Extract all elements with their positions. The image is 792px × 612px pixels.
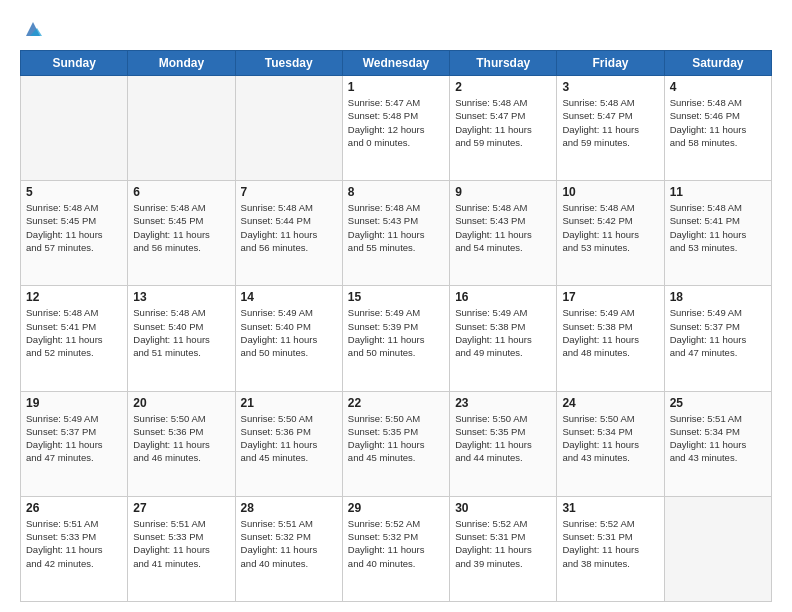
day-info: Sunrise: 5:51 AMSunset: 5:34 PMDaylight:… xyxy=(670,412,766,465)
day-info: Sunrise: 5:48 AMSunset: 5:43 PMDaylight:… xyxy=(348,201,444,254)
day-info: Sunrise: 5:49 AMSunset: 5:38 PMDaylight:… xyxy=(455,306,551,359)
day-info: Sunrise: 5:48 AMSunset: 5:45 PMDaylight:… xyxy=(26,201,122,254)
calendar-cell: 18Sunrise: 5:49 AMSunset: 5:37 PMDayligh… xyxy=(664,286,771,391)
day-number: 4 xyxy=(670,80,766,94)
day-info: Sunrise: 5:50 AMSunset: 5:35 PMDaylight:… xyxy=(455,412,551,465)
day-info: Sunrise: 5:49 AMSunset: 5:37 PMDaylight:… xyxy=(670,306,766,359)
calendar-cell xyxy=(128,76,235,181)
day-number: 6 xyxy=(133,185,229,199)
logo-icon xyxy=(22,18,44,40)
calendar-week-row: 1Sunrise: 5:47 AMSunset: 5:48 PMDaylight… xyxy=(21,76,772,181)
day-info: Sunrise: 5:48 AMSunset: 5:46 PMDaylight:… xyxy=(670,96,766,149)
day-header-saturday: Saturday xyxy=(664,51,771,76)
day-info: Sunrise: 5:51 AMSunset: 5:33 PMDaylight:… xyxy=(133,517,229,570)
calendar-cell: 29Sunrise: 5:52 AMSunset: 5:32 PMDayligh… xyxy=(342,496,449,601)
calendar-cell: 8Sunrise: 5:48 AMSunset: 5:43 PMDaylight… xyxy=(342,181,449,286)
day-info: Sunrise: 5:48 AMSunset: 5:47 PMDaylight:… xyxy=(562,96,658,149)
day-number: 1 xyxy=(348,80,444,94)
logo xyxy=(20,18,44,40)
day-info: Sunrise: 5:50 AMSunset: 5:34 PMDaylight:… xyxy=(562,412,658,465)
calendar-cell: 10Sunrise: 5:48 AMSunset: 5:42 PMDayligh… xyxy=(557,181,664,286)
day-info: Sunrise: 5:49 AMSunset: 5:37 PMDaylight:… xyxy=(26,412,122,465)
calendar-cell: 4Sunrise: 5:48 AMSunset: 5:46 PMDaylight… xyxy=(664,76,771,181)
calendar-cell xyxy=(235,76,342,181)
day-info: Sunrise: 5:52 AMSunset: 5:31 PMDaylight:… xyxy=(455,517,551,570)
calendar-cell: 15Sunrise: 5:49 AMSunset: 5:39 PMDayligh… xyxy=(342,286,449,391)
day-number: 27 xyxy=(133,501,229,515)
day-info: Sunrise: 5:49 AMSunset: 5:40 PMDaylight:… xyxy=(241,306,337,359)
day-number: 11 xyxy=(670,185,766,199)
calendar-cell: 7Sunrise: 5:48 AMSunset: 5:44 PMDaylight… xyxy=(235,181,342,286)
calendar-cell: 17Sunrise: 5:49 AMSunset: 5:38 PMDayligh… xyxy=(557,286,664,391)
calendar-cell: 12Sunrise: 5:48 AMSunset: 5:41 PMDayligh… xyxy=(21,286,128,391)
day-number: 16 xyxy=(455,290,551,304)
day-number: 12 xyxy=(26,290,122,304)
day-number: 8 xyxy=(348,185,444,199)
calendar-cell: 23Sunrise: 5:50 AMSunset: 5:35 PMDayligh… xyxy=(450,391,557,496)
day-number: 21 xyxy=(241,396,337,410)
day-number: 17 xyxy=(562,290,658,304)
calendar-cell: 11Sunrise: 5:48 AMSunset: 5:41 PMDayligh… xyxy=(664,181,771,286)
calendar-cell: 3Sunrise: 5:48 AMSunset: 5:47 PMDaylight… xyxy=(557,76,664,181)
day-header-sunday: Sunday xyxy=(21,51,128,76)
day-number: 10 xyxy=(562,185,658,199)
calendar-cell: 27Sunrise: 5:51 AMSunset: 5:33 PMDayligh… xyxy=(128,496,235,601)
calendar-cell: 24Sunrise: 5:50 AMSunset: 5:34 PMDayligh… xyxy=(557,391,664,496)
calendar-cell: 6Sunrise: 5:48 AMSunset: 5:45 PMDaylight… xyxy=(128,181,235,286)
day-header-monday: Monday xyxy=(128,51,235,76)
day-number: 13 xyxy=(133,290,229,304)
day-number: 7 xyxy=(241,185,337,199)
day-number: 24 xyxy=(562,396,658,410)
day-number: 22 xyxy=(348,396,444,410)
day-info: Sunrise: 5:48 AMSunset: 5:42 PMDaylight:… xyxy=(562,201,658,254)
calendar-cell: 31Sunrise: 5:52 AMSunset: 5:31 PMDayligh… xyxy=(557,496,664,601)
calendar-cell: 20Sunrise: 5:50 AMSunset: 5:36 PMDayligh… xyxy=(128,391,235,496)
calendar-cell: 22Sunrise: 5:50 AMSunset: 5:35 PMDayligh… xyxy=(342,391,449,496)
calendar-cell: 13Sunrise: 5:48 AMSunset: 5:40 PMDayligh… xyxy=(128,286,235,391)
calendar-cell: 1Sunrise: 5:47 AMSunset: 5:48 PMDaylight… xyxy=(342,76,449,181)
calendar-cell: 2Sunrise: 5:48 AMSunset: 5:47 PMDaylight… xyxy=(450,76,557,181)
day-number: 5 xyxy=(26,185,122,199)
calendar-header-row: SundayMondayTuesdayWednesdayThursdayFrid… xyxy=(21,51,772,76)
day-info: Sunrise: 5:48 AMSunset: 5:45 PMDaylight:… xyxy=(133,201,229,254)
day-number: 3 xyxy=(562,80,658,94)
day-number: 28 xyxy=(241,501,337,515)
day-info: Sunrise: 5:50 AMSunset: 5:35 PMDaylight:… xyxy=(348,412,444,465)
calendar-cell: 25Sunrise: 5:51 AMSunset: 5:34 PMDayligh… xyxy=(664,391,771,496)
day-info: Sunrise: 5:48 AMSunset: 5:40 PMDaylight:… xyxy=(133,306,229,359)
page: SundayMondayTuesdayWednesdayThursdayFrid… xyxy=(0,0,792,612)
day-number: 19 xyxy=(26,396,122,410)
calendar-cell: 28Sunrise: 5:51 AMSunset: 5:32 PMDayligh… xyxy=(235,496,342,601)
day-info: Sunrise: 5:52 AMSunset: 5:31 PMDaylight:… xyxy=(562,517,658,570)
calendar-cell xyxy=(21,76,128,181)
calendar-week-row: 19Sunrise: 5:49 AMSunset: 5:37 PMDayligh… xyxy=(21,391,772,496)
day-number: 30 xyxy=(455,501,551,515)
day-info: Sunrise: 5:51 AMSunset: 5:33 PMDaylight:… xyxy=(26,517,122,570)
calendar-cell: 14Sunrise: 5:49 AMSunset: 5:40 PMDayligh… xyxy=(235,286,342,391)
day-number: 15 xyxy=(348,290,444,304)
calendar-cell: 9Sunrise: 5:48 AMSunset: 5:43 PMDaylight… xyxy=(450,181,557,286)
day-info: Sunrise: 5:50 AMSunset: 5:36 PMDaylight:… xyxy=(133,412,229,465)
day-number: 31 xyxy=(562,501,658,515)
day-number: 25 xyxy=(670,396,766,410)
calendar-table: SundayMondayTuesdayWednesdayThursdayFrid… xyxy=(20,50,772,602)
day-info: Sunrise: 5:52 AMSunset: 5:32 PMDaylight:… xyxy=(348,517,444,570)
day-info: Sunrise: 5:51 AMSunset: 5:32 PMDaylight:… xyxy=(241,517,337,570)
calendar-cell: 19Sunrise: 5:49 AMSunset: 5:37 PMDayligh… xyxy=(21,391,128,496)
day-header-friday: Friday xyxy=(557,51,664,76)
day-number: 23 xyxy=(455,396,551,410)
day-number: 29 xyxy=(348,501,444,515)
day-header-wednesday: Wednesday xyxy=(342,51,449,76)
day-number: 2 xyxy=(455,80,551,94)
calendar-week-row: 26Sunrise: 5:51 AMSunset: 5:33 PMDayligh… xyxy=(21,496,772,601)
day-info: Sunrise: 5:48 AMSunset: 5:47 PMDaylight:… xyxy=(455,96,551,149)
day-info: Sunrise: 5:49 AMSunset: 5:38 PMDaylight:… xyxy=(562,306,658,359)
day-info: Sunrise: 5:49 AMSunset: 5:39 PMDaylight:… xyxy=(348,306,444,359)
day-number: 18 xyxy=(670,290,766,304)
calendar-cell: 5Sunrise: 5:48 AMSunset: 5:45 PMDaylight… xyxy=(21,181,128,286)
day-info: Sunrise: 5:47 AMSunset: 5:48 PMDaylight:… xyxy=(348,96,444,149)
day-header-tuesday: Tuesday xyxy=(235,51,342,76)
day-info: Sunrise: 5:48 AMSunset: 5:41 PMDaylight:… xyxy=(26,306,122,359)
calendar-week-row: 5Sunrise: 5:48 AMSunset: 5:45 PMDaylight… xyxy=(21,181,772,286)
day-number: 26 xyxy=(26,501,122,515)
